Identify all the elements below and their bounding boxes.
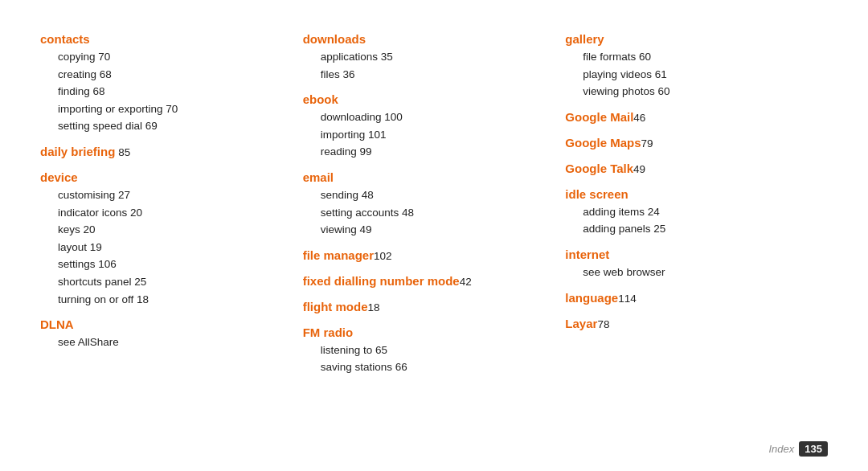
section-title-0-1: daily briefing 85: [40, 145, 303, 158]
section-item-1-6-1: saving stations 66: [321, 358, 566, 376]
section-0-0: contactscopying 70creating 68finding 68i…: [40, 32, 303, 135]
section-item-0-2-4: settings 106: [58, 256, 303, 273]
section-item-0-2-2: keys 20: [58, 221, 303, 239]
section-0-2: devicecustomising 27indicator icons 20ke…: [40, 170, 303, 308]
section-item-1-0-0: applications 35: [321, 48, 566, 66]
section-title-2-1: Google Mail 46: [565, 110, 828, 124]
section-item-0-2-0: customising 27: [58, 186, 303, 204]
section-item-0-2-3: layout 19: [58, 239, 303, 256]
section-2-0: galleryfile formats 60playing videos 61v…: [565, 32, 828, 100]
section-0-3: DLNAsee AllShare: [40, 317, 303, 351]
section-title-0-3: DLNA: [40, 317, 303, 331]
section-item-0-2-1: indicator icons 20: [58, 204, 303, 222]
section-1-2: emailsending 48setting accounts 48viewin…: [303, 170, 566, 239]
section-item-2-4-1: adding panels 25: [583, 220, 828, 238]
section-item-1-1-1: importing 101: [321, 126, 566, 144]
section-item-1-2-1: setting accounts 48: [321, 204, 566, 222]
section-title-1-2: email: [303, 170, 566, 184]
page-content: contactscopying 70creating 68finding 68i…: [0, 0, 868, 471]
section-1-3: file manager 102: [303, 248, 566, 264]
section-2-4: idle screenadding items 24adding panels …: [565, 187, 828, 238]
section-title-2-4: idle screen: [565, 187, 828, 201]
section-1-5: flight mode 18: [303, 300, 566, 316]
section-0-1: daily briefing 85: [40, 145, 303, 161]
section-2-7: Layar 78: [565, 317, 828, 333]
section-2-6: language 114: [565, 291, 828, 307]
section-title-2-5: internet: [565, 248, 828, 261]
footer-label: Index: [768, 443, 794, 455]
section-2-2: Google Maps 79: [565, 136, 828, 152]
section-title-0-0: contacts: [40, 32, 303, 46]
section-title-2-3: Google Talk 49: [565, 162, 828, 175]
section-1-6: FM radiolistening to 65saving stations 6…: [303, 326, 566, 376]
section-item-0-0-1: creating 68: [58, 66, 303, 84]
section-item-1-2-2: viewing 49: [321, 221, 566, 239]
column-2: galleryfile formats 60playing videos 61v…: [565, 32, 828, 439]
section-item-0-2-5: shortcuts panel 25: [58, 273, 303, 291]
column-1: downloadsapplications 35files 36ebookdow…: [303, 32, 566, 439]
section-title-1-4: fixed dialling number mode 42: [303, 274, 566, 288]
section-title-2-7: Layar 78: [565, 317, 828, 330]
section-item-2-0-0: file formats 60: [583, 48, 828, 66]
section-item-2-0-1: playing videos 61: [583, 66, 828, 84]
section-title-1-1: ebook: [303, 92, 566, 106]
section-item-1-6-0: listening to 65: [321, 342, 566, 359]
section-item-1-1-2: reading 99: [321, 143, 566, 161]
section-item-1-1-0: downloading 100: [321, 109, 566, 126]
section-item-0-0-3: importing or exporting 70: [58, 100, 303, 118]
section-title-2-2: Google Maps 79: [565, 136, 828, 149]
section-2-5: internetsee web browser: [565, 248, 828, 281]
section-1-0: downloadsapplications 35files 36: [303, 32, 566, 83]
section-item-1-2-0: sending 48: [321, 186, 566, 204]
section-item-0-3-0: see AllShare: [58, 334, 303, 351]
section-title-1-6: FM radio: [303, 326, 566, 339]
section-title-2-6: language 114: [565, 291, 828, 305]
section-title-1-0: downloads: [303, 32, 566, 46]
footer-page: 135: [799, 441, 828, 457]
section-item-0-2-6: turning on or off 18: [58, 291, 303, 309]
section-item-2-5-0: see web browser: [583, 264, 828, 281]
section-item-0-0-0: copying 70: [58, 48, 303, 66]
section-1-4: fixed dialling number mode 42: [303, 274, 566, 290]
section-2-1: Google Mail 46: [565, 110, 828, 126]
section-title-1-3: file manager 102: [303, 248, 566, 262]
section-title-2-0: gallery: [565, 32, 828, 46]
section-1-1: ebookdownloading 100importing 101reading…: [303, 92, 566, 161]
section-item-2-4-0: adding items 24: [583, 203, 828, 221]
section-2-3: Google Talk 49: [565, 162, 828, 178]
footer: Index 135: [768, 441, 828, 457]
section-item-2-0-2: viewing photos 60: [583, 83, 828, 100]
section-item-0-0-2: finding 68: [58, 83, 303, 100]
column-0: contactscopying 70creating 68finding 68i…: [40, 32, 303, 439]
section-item-0-0-4: setting speed dial 69: [58, 117, 303, 135]
section-title-0-2: device: [40, 170, 303, 184]
section-title-1-5: flight mode 18: [303, 300, 566, 313]
section-item-1-0-1: files 36: [321, 66, 566, 84]
